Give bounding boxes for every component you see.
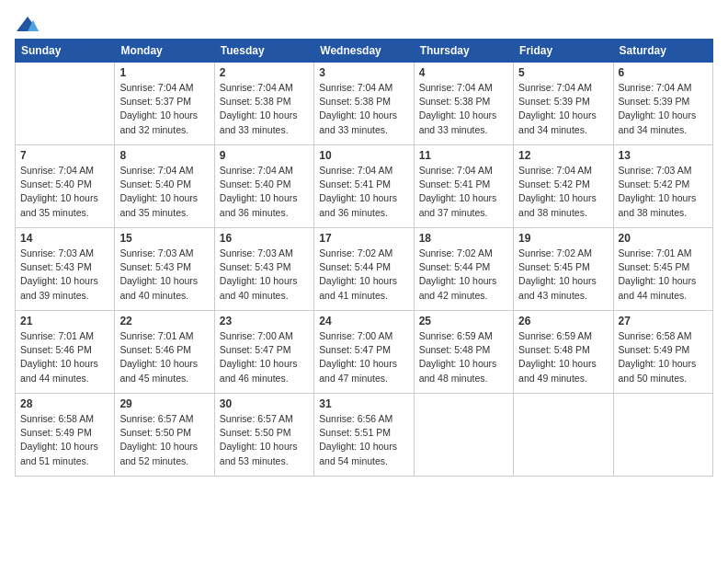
weekday-header: Sunday [16, 40, 115, 63]
day-info: Sunrise: 6:58 AMSunset: 5:49 PMDaylight:… [619, 329, 708, 385]
calendar-cell: 7Sunrise: 7:04 AMSunset: 5:40 PMDaylight… [16, 145, 115, 228]
day-info: Sunrise: 7:00 AMSunset: 5:47 PMDaylight:… [319, 329, 408, 385]
calendar-cell: 28Sunrise: 6:58 AMSunset: 5:49 PMDayligh… [16, 394, 115, 477]
weekday-header-row: SundayMondayTuesdayWednesdayThursdayFrid… [16, 40, 713, 63]
calendar-cell: 14Sunrise: 7:03 AMSunset: 5:43 PMDayligh… [16, 228, 115, 311]
day-info: Sunrise: 7:04 AMSunset: 5:40 PMDaylight:… [20, 164, 109, 220]
weekday-header: Wednesday [314, 40, 414, 63]
calendar-cell: 22Sunrise: 7:01 AMSunset: 5:46 PMDayligh… [115, 311, 214, 394]
day-number: 23 [220, 315, 309, 327]
day-info: Sunrise: 7:04 AMSunset: 5:41 PMDaylight:… [319, 164, 408, 220]
day-number: 10 [319, 149, 408, 162]
day-info: Sunrise: 7:04 AMSunset: 5:39 PMDaylight:… [619, 81, 708, 137]
calendar-cell: 20Sunrise: 7:01 AMSunset: 5:45 PMDayligh… [613, 228, 712, 311]
weekday-header: Monday [115, 40, 214, 63]
day-number: 13 [619, 149, 708, 162]
day-number: 15 [119, 232, 209, 245]
day-number: 21 [20, 315, 109, 327]
day-number: 20 [619, 232, 708, 245]
calendar-cell [414, 394, 513, 477]
day-number: 30 [220, 397, 309, 410]
calendar-cell: 15Sunrise: 7:03 AMSunset: 5:43 PMDayligh… [115, 228, 214, 311]
weekday-header: Thursday [414, 40, 513, 63]
calendar-week-row: 28Sunrise: 6:58 AMSunset: 5:49 PMDayligh… [16, 394, 713, 477]
calendar-cell [514, 394, 613, 477]
day-number: 12 [518, 149, 608, 162]
day-number: 18 [419, 232, 508, 245]
day-info: Sunrise: 7:02 AMSunset: 5:44 PMDaylight:… [419, 247, 508, 303]
calendar-cell: 16Sunrise: 7:03 AMSunset: 5:43 PMDayligh… [214, 228, 313, 311]
day-info: Sunrise: 7:00 AMSunset: 5:47 PMDaylight:… [220, 329, 309, 385]
calendar-week-row: 21Sunrise: 7:01 AMSunset: 5:46 PMDayligh… [16, 311, 713, 394]
day-number: 9 [220, 149, 309, 162]
day-number: 31 [319, 397, 408, 410]
calendar-cell: 11Sunrise: 7:04 AMSunset: 5:41 PMDayligh… [414, 145, 513, 228]
day-info: Sunrise: 7:02 AMSunset: 5:44 PMDaylight:… [319, 247, 408, 303]
calendar-cell: 9Sunrise: 7:04 AMSunset: 5:40 PMDaylight… [214, 145, 313, 228]
logo [15, 15, 44, 35]
calendar-cell: 24Sunrise: 7:00 AMSunset: 5:47 PMDayligh… [314, 311, 414, 394]
calendar-cell: 18Sunrise: 7:02 AMSunset: 5:44 PMDayligh… [414, 228, 513, 311]
day-info: Sunrise: 6:59 AMSunset: 5:48 PMDaylight:… [419, 329, 508, 385]
calendar-week-row: 7Sunrise: 7:04 AMSunset: 5:40 PMDaylight… [16, 145, 713, 228]
day-info: Sunrise: 7:04 AMSunset: 5:39 PMDaylight:… [518, 81, 608, 137]
day-number: 24 [319, 315, 408, 327]
day-info: Sunrise: 7:03 AMSunset: 5:43 PMDaylight:… [119, 247, 209, 303]
day-number: 4 [419, 66, 508, 79]
day-number: 22 [119, 315, 209, 327]
calendar-cell: 17Sunrise: 7:02 AMSunset: 5:44 PMDayligh… [314, 228, 414, 311]
calendar-cell [16, 63, 115, 145]
day-info: Sunrise: 7:04 AMSunset: 5:40 PMDaylight:… [220, 164, 309, 220]
day-number: 6 [619, 66, 708, 79]
calendar-cell: 21Sunrise: 7:01 AMSunset: 5:46 PMDayligh… [16, 311, 115, 394]
calendar-cell: 10Sunrise: 7:04 AMSunset: 5:41 PMDayligh… [314, 145, 414, 228]
day-number: 2 [220, 66, 309, 79]
day-info: Sunrise: 7:04 AMSunset: 5:40 PMDaylight:… [119, 164, 209, 220]
day-number: 14 [20, 232, 109, 245]
calendar-week-row: 14Sunrise: 7:03 AMSunset: 5:43 PMDayligh… [16, 228, 713, 311]
page-header [15, 15, 713, 35]
day-info: Sunrise: 7:03 AMSunset: 5:42 PMDaylight:… [619, 164, 708, 220]
calendar-cell: 29Sunrise: 6:57 AMSunset: 5:50 PMDayligh… [115, 394, 214, 477]
calendar-cell: 26Sunrise: 6:59 AMSunset: 5:48 PMDayligh… [514, 311, 613, 394]
day-info: Sunrise: 7:01 AMSunset: 5:46 PMDaylight:… [20, 329, 109, 385]
day-info: Sunrise: 7:03 AMSunset: 5:43 PMDaylight:… [220, 247, 309, 303]
day-number: 29 [119, 397, 209, 410]
weekday-header: Tuesday [214, 40, 313, 63]
day-info: Sunrise: 7:04 AMSunset: 5:37 PMDaylight:… [119, 81, 209, 137]
day-number: 26 [518, 315, 608, 327]
weekday-header: Friday [514, 40, 613, 63]
calendar-cell: 3Sunrise: 7:04 AMSunset: 5:38 PMDaylight… [314, 63, 414, 145]
day-info: Sunrise: 7:04 AMSunset: 5:42 PMDaylight:… [518, 164, 608, 220]
calendar-cell: 6Sunrise: 7:04 AMSunset: 5:39 PMDaylight… [613, 63, 712, 145]
calendar-cell: 5Sunrise: 7:04 AMSunset: 5:39 PMDaylight… [514, 63, 613, 145]
day-info: Sunrise: 6:59 AMSunset: 5:48 PMDaylight:… [518, 329, 608, 385]
weekday-header: Saturday [613, 40, 712, 63]
day-number: 11 [419, 149, 508, 162]
day-number: 7 [20, 149, 109, 162]
day-number: 16 [220, 232, 309, 245]
calendar-cell: 31Sunrise: 6:56 AMSunset: 5:51 PMDayligh… [314, 394, 414, 477]
calendar-cell: 25Sunrise: 6:59 AMSunset: 5:48 PMDayligh… [414, 311, 513, 394]
day-number: 19 [518, 232, 608, 245]
calendar-cell: 4Sunrise: 7:04 AMSunset: 5:38 PMDaylight… [414, 63, 513, 145]
day-number: 3 [319, 66, 408, 79]
calendar-table: SundayMondayTuesdayWednesdayThursdayFrid… [15, 39, 713, 477]
day-number: 8 [119, 149, 209, 162]
day-info: Sunrise: 6:56 AMSunset: 5:51 PMDaylight:… [319, 412, 408, 468]
day-number: 25 [419, 315, 508, 327]
day-info: Sunrise: 6:57 AMSunset: 5:50 PMDaylight:… [220, 412, 309, 468]
calendar-cell: 27Sunrise: 6:58 AMSunset: 5:49 PMDayligh… [613, 311, 712, 394]
calendar-cell: 13Sunrise: 7:03 AMSunset: 5:42 PMDayligh… [613, 145, 712, 228]
calendar-cell: 30Sunrise: 6:57 AMSunset: 5:50 PMDayligh… [214, 394, 313, 477]
day-number: 28 [20, 397, 109, 410]
day-number: 27 [619, 315, 708, 327]
day-info: Sunrise: 6:57 AMSunset: 5:50 PMDaylight:… [119, 412, 209, 468]
day-info: Sunrise: 7:04 AMSunset: 5:41 PMDaylight:… [419, 164, 508, 220]
calendar-cell: 2Sunrise: 7:04 AMSunset: 5:38 PMDaylight… [214, 63, 313, 145]
day-number: 1 [119, 66, 209, 79]
day-info: Sunrise: 7:01 AMSunset: 5:46 PMDaylight:… [119, 329, 209, 385]
day-number: 17 [319, 232, 408, 245]
day-info: Sunrise: 7:03 AMSunset: 5:43 PMDaylight:… [20, 247, 109, 303]
day-number: 5 [518, 66, 608, 79]
